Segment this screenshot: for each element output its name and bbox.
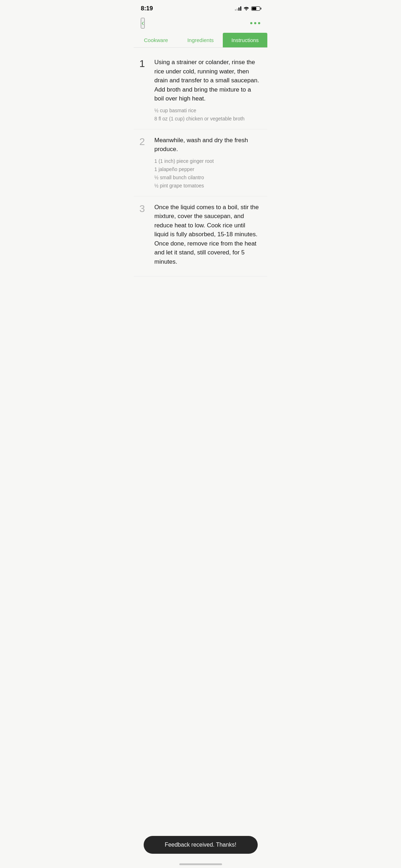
- instruction-step-3: 3 Once the liquid comes to a boil, stir …: [134, 196, 267, 277]
- step-3-text: Once the liquid comes to a boil, stir th…: [154, 203, 260, 267]
- signal-icon: [235, 6, 241, 11]
- step-1-text: Using a strainer or colander, rinse the …: [154, 58, 260, 103]
- nav-bar: ‹: [134, 15, 267, 33]
- tab-ingredients[interactable]: Ingredients: [178, 33, 223, 47]
- step-2-ingredients: 1 (1 inch) piece ginger root 1 jalapeño …: [154, 157, 260, 190]
- step-2-text: Meanwhile, wash and dry the fresh produc…: [154, 136, 260, 154]
- ingredient-1-1: ½ cup basmati rice: [154, 107, 260, 114]
- more-dot-3: [258, 22, 260, 24]
- tab-instructions[interactable]: Instructions: [223, 33, 267, 47]
- status-time: 8:19: [141, 5, 153, 12]
- instruction-step-2: 2 Meanwhile, wash and dry the fresh prod…: [134, 129, 267, 196]
- ingredient-1-2: 8 fl oz (1 cup) chicken or vegetable bro…: [154, 115, 260, 123]
- back-button[interactable]: ‹: [141, 18, 145, 29]
- step-3-content: Once the liquid comes to a boil, stir th…: [154, 203, 260, 270]
- battery-icon: [251, 6, 260, 11]
- step-number-3: 3: [139, 203, 150, 270]
- instructions-content: 1 Using a strainer or colander, rinse th…: [134, 48, 267, 312]
- step-number-2: 2: [139, 136, 150, 190]
- more-dot-1: [250, 22, 252, 24]
- more-dot-2: [254, 22, 256, 24]
- ingredient-2-3: ½ small bunch cilantro: [154, 174, 260, 181]
- step-2-content: Meanwhile, wash and dry the fresh produc…: [154, 136, 260, 190]
- more-button[interactable]: [250, 22, 260, 24]
- ingredient-2-4: ½ pint grape tomatoes: [154, 182, 260, 190]
- status-bar: 8:19: [134, 0, 267, 15]
- step-1-content: Using a strainer or colander, rinse the …: [154, 58, 260, 123]
- tab-bar: Cookware Ingredients Instructions: [134, 33, 267, 48]
- wifi-icon: [243, 6, 249, 11]
- ingredient-2-1: 1 (1 inch) piece ginger root: [154, 157, 260, 165]
- status-icons: [235, 6, 260, 11]
- step-number-1: 1: [139, 58, 150, 123]
- tab-cookware[interactable]: Cookware: [134, 33, 178, 47]
- instruction-step-1: 1 Using a strainer or colander, rinse th…: [134, 51, 267, 129]
- ingredient-2-2: 1 jalapeño pepper: [154, 166, 260, 173]
- step-1-ingredients: ½ cup basmati rice 8 fl oz (1 cup) chick…: [154, 107, 260, 123]
